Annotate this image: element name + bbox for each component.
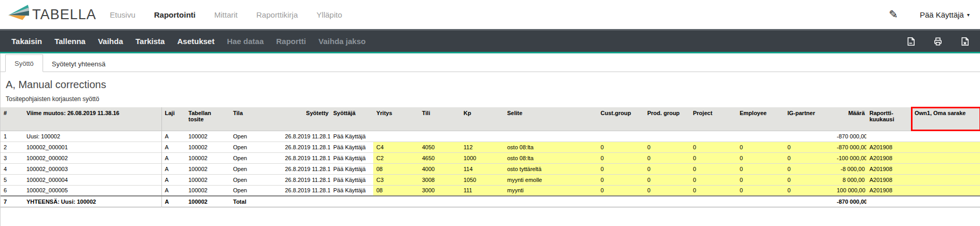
table-cell <box>911 174 980 185</box>
nav-item-raportointi[interactable]: Raportointi <box>154 10 196 19</box>
table-cell <box>373 196 419 207</box>
table-cell: Pää Käyttäjä <box>330 131 373 142</box>
header-cell: Raportti-kuukausi <box>866 107 911 131</box>
table-cell <box>419 196 460 207</box>
tab-syotetyt-yhteensa[interactable]: Syötetyt yhteensä <box>43 55 114 72</box>
table-cell: 112 <box>460 142 504 152</box>
table-cell <box>373 131 419 142</box>
nav-item-raporttikirja[interactable]: Raporttikirja <box>256 10 298 19</box>
table-cell <box>644 196 690 207</box>
header-cell: Syöttäjä <box>330 107 373 131</box>
table-cell: A <box>161 163 185 174</box>
toolbar-vaihda-jakso-button: Vaihda jakso <box>312 31 372 52</box>
table-cell: 0 <box>690 152 737 163</box>
header-cell: Cust.group <box>597 107 644 131</box>
table-cell: 8 000,00 <box>834 174 866 185</box>
table-cell: 0 <box>644 152 690 163</box>
table-row[interactable]: 4100002_000003A100002Open26.8.2019 11.28… <box>1 163 980 174</box>
table-cell: A <box>161 196 185 207</box>
table-cell: Uusi: 100002 <box>23 131 161 142</box>
table-row[interactable]: 7YHTEENSÄ: Uusi: 100002A100002Total-870 … <box>1 196 980 207</box>
table-cell: -100 000,00 <box>834 152 866 163</box>
table-cell: A <box>161 185 185 196</box>
table-cell: 0 <box>690 142 737 152</box>
header-cell: Laji <box>161 107 185 131</box>
table-row[interactable]: 1Uusi: 100002A100002Open26.8.2019 11.28.… <box>1 131 980 142</box>
user-menu[interactable]: Pää Käyttäjä ▾ <box>920 10 970 19</box>
table-row[interactable]: 5100002_000004A100002Open26.8.2019 11.28… <box>1 174 980 185</box>
header-cell: Tila <box>230 107 282 131</box>
table-cell: A <box>161 131 185 142</box>
table-cell: 0 <box>690 174 737 185</box>
table-cell <box>784 131 834 142</box>
table-cell: A <box>161 174 185 185</box>
toolbar-takaisin-button[interactable]: Takaisin <box>5 31 48 52</box>
toolbar-tarkista-button[interactable]: Tarkista <box>129 31 171 52</box>
table-cell: -870 000,00 <box>834 131 866 142</box>
pdf-export-icon[interactable] <box>906 37 916 46</box>
table-cell <box>784 196 834 207</box>
table-cell: Open <box>230 152 282 163</box>
toolbar-vaihda-button[interactable]: Vaihda <box>92 31 129 52</box>
table-cell: Pää Käyttäjä <box>330 152 373 163</box>
table-cell: 0 <box>784 174 834 185</box>
table-cell: A201908 <box>866 185 911 196</box>
tab-bar: Syöttö Syötetyt yhteensä <box>1 53 980 72</box>
table-cell: 0 <box>737 185 784 196</box>
table-cell: 100002 <box>185 163 230 174</box>
table-cell: 08 <box>373 185 419 196</box>
header-cell: IG-partner <box>784 107 834 131</box>
table-cell <box>911 152 980 163</box>
table-row[interactable]: 3100002_000002A100002Open26.8.2019 11.28… <box>1 152 980 163</box>
annotated-column-header: Own1, Oma sarake <box>911 107 980 131</box>
table-cell: A <box>161 142 185 152</box>
table-header-row: #Viime muutos: 26.08.2019 11.38.16LajiTa… <box>1 107 980 131</box>
nav-item-mittarit[interactable]: Mittarit <box>214 10 238 19</box>
table-cell: -870 000,00 <box>834 142 866 152</box>
table-cell: 0 <box>784 185 834 196</box>
table-cell <box>737 196 784 207</box>
table-cell <box>597 196 644 207</box>
table-cell: A201908 <box>866 174 911 185</box>
table-cell <box>911 142 980 152</box>
table-cell: 0 <box>690 185 737 196</box>
app-logo[interactable]: TABELLA <box>6 4 97 25</box>
corrections-table: #Viime muutos: 26.08.2019 11.38.16LajiTa… <box>1 107 980 207</box>
table-cell <box>866 196 911 207</box>
nav-item-etusivu[interactable]: Etusivu <box>110 10 135 19</box>
edit-pencil-icon[interactable]: ✎ <box>889 8 898 21</box>
table-cell: 0 <box>644 163 690 174</box>
toolbar-asetukset-button[interactable]: Asetukset <box>171 31 221 52</box>
table-cell: 0 <box>597 152 644 163</box>
table-cell: 0 <box>784 152 834 163</box>
table-cell: 0 <box>644 174 690 185</box>
table-cell: C4 <box>373 142 419 152</box>
table-cell: 0 <box>597 174 644 185</box>
table-cell: Open <box>230 142 282 152</box>
tab-syotto[interactable]: Syöttö <box>5 54 43 72</box>
table-cell: 100002_000002 <box>23 152 161 163</box>
table-row[interactable]: 6100002_000005A100002Open26.8.2019 11.28… <box>1 185 980 196</box>
table-cell <box>737 131 784 142</box>
table-cell: -8 000,00 <box>834 163 866 174</box>
table-cell: 4050 <box>419 142 460 152</box>
table-cell: osto 08:lta <box>504 152 597 163</box>
table-cell <box>460 196 504 207</box>
header-cell: Määrä <box>834 107 866 131</box>
nav-item-yllapito[interactable]: Ylläpito <box>317 10 342 19</box>
table-cell <box>866 131 911 142</box>
excel-export-icon[interactable] <box>960 37 970 46</box>
header-cell: Kp <box>460 107 504 131</box>
main-navigation: Etusivu Raportointi Mittarit Raporttikir… <box>110 10 342 19</box>
table-cell: 100002 <box>185 152 230 163</box>
header-cell: Selite <box>504 107 597 131</box>
table-cell: A <box>161 152 185 163</box>
table-cell <box>911 185 980 196</box>
table-cell: 100002 <box>185 142 230 152</box>
table-row[interactable]: 2100002_000001A100002Open26.8.2019 11.28… <box>1 142 980 152</box>
table-cell: 0 <box>737 152 784 163</box>
toolbar-raportti-button: Raportti <box>270 31 312 52</box>
toolbar-tallenna-button[interactable]: Tallenna <box>48 31 92 52</box>
table-cell: 100 000,00 <box>834 185 866 196</box>
print-icon[interactable] <box>933 37 943 46</box>
